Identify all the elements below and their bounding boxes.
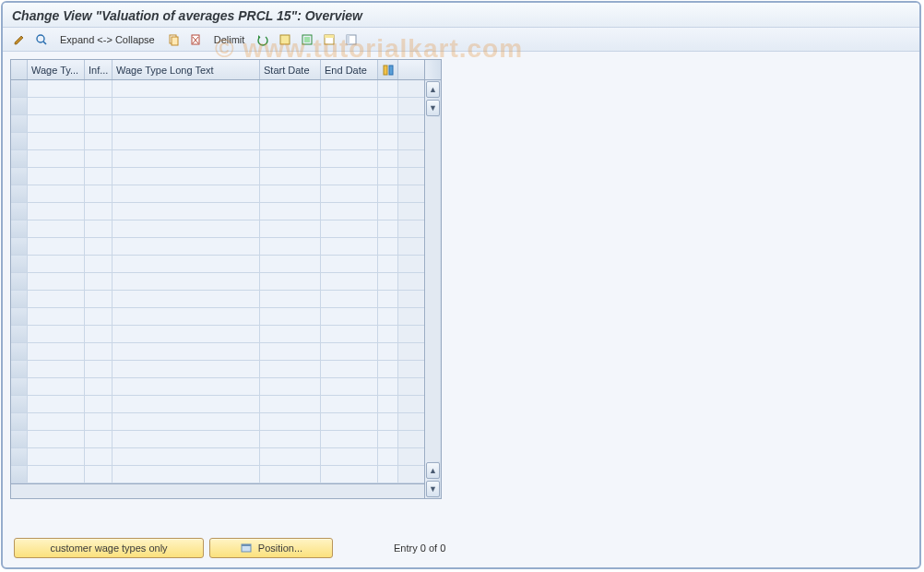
col-header-wage-type-long[interactable]: Wage Type Long Text xyxy=(113,60,260,79)
cell-wage-type-long[interactable] xyxy=(113,413,260,430)
cell-start-date[interactable] xyxy=(260,448,321,465)
cell-start-date[interactable] xyxy=(260,238,321,255)
cell-inf[interactable] xyxy=(85,431,113,447)
row-selector[interactable] xyxy=(11,238,28,255)
horizontal-scrollbar[interactable] xyxy=(11,483,424,498)
cell-inf[interactable] xyxy=(85,256,113,272)
cell-wage-type[interactable] xyxy=(28,203,85,220)
cell-wage-type[interactable] xyxy=(28,343,85,360)
row-selector[interactable] xyxy=(11,308,28,325)
col-header-inf[interactable]: Inf... xyxy=(85,60,113,79)
row-selector[interactable] xyxy=(11,431,28,447)
cell-wage-type-long[interactable] xyxy=(113,185,260,202)
cell-inf[interactable] xyxy=(85,238,113,255)
cell-end-date[interactable] xyxy=(321,361,378,377)
position-button[interactable]: Position... xyxy=(209,538,333,558)
cell-end-date[interactable] xyxy=(321,308,378,325)
cell-inf[interactable] xyxy=(85,185,113,202)
cell-wage-type[interactable] xyxy=(28,115,85,132)
deselect-all-icon[interactable] xyxy=(320,30,338,49)
cell-start-date[interactable] xyxy=(260,150,321,167)
cell-start-date[interactable] xyxy=(260,308,321,325)
cell-end-date[interactable] xyxy=(321,150,378,167)
cell-wage-type-long[interactable] xyxy=(113,326,260,342)
cell-end-date[interactable] xyxy=(321,185,378,202)
row-selector[interactable] xyxy=(11,168,28,185)
cell-wage-type[interactable] xyxy=(28,185,85,202)
cell-inf[interactable] xyxy=(85,466,113,483)
cell-wage-type-long[interactable] xyxy=(113,256,260,272)
scroll-down-icon[interactable]: ▼ xyxy=(426,100,440,116)
cell-wage-type[interactable] xyxy=(28,326,85,342)
row-selector[interactable] xyxy=(11,133,28,149)
cell-end-date[interactable] xyxy=(321,238,378,255)
cell-start-date[interactable] xyxy=(260,431,321,447)
cell-wage-type-long[interactable] xyxy=(113,80,260,97)
cell-end-date[interactable] xyxy=(321,378,378,395)
cell-wage-type[interactable] xyxy=(28,133,85,149)
cell-start-date[interactable] xyxy=(260,326,321,342)
select-all-icon[interactable] xyxy=(276,30,294,49)
scroll-up-icon[interactable]: ▲ xyxy=(426,81,440,98)
cell-end-date[interactable] xyxy=(321,396,378,412)
cell-wage-type-long[interactable] xyxy=(113,115,260,132)
cell-inf[interactable] xyxy=(85,168,113,185)
cell-inf[interactable] xyxy=(85,448,113,465)
cell-inf[interactable] xyxy=(85,326,113,342)
cell-wage-type[interactable] xyxy=(28,308,85,325)
cell-start-date[interactable] xyxy=(260,396,321,412)
cell-start-date[interactable] xyxy=(260,291,321,307)
cell-wage-type[interactable] xyxy=(28,413,85,430)
cell-start-date[interactable] xyxy=(260,115,321,132)
cell-inf[interactable] xyxy=(85,220,113,237)
cell-wage-type-long[interactable] xyxy=(113,343,260,360)
cell-wage-type[interactable] xyxy=(28,238,85,255)
cell-wage-type-long[interactable] xyxy=(113,168,260,185)
cell-inf[interactable] xyxy=(85,308,113,325)
cell-inf[interactable] xyxy=(85,150,113,167)
row-selector[interactable] xyxy=(11,378,28,395)
cell-end-date[interactable] xyxy=(321,115,378,132)
copy-icon[interactable] xyxy=(164,30,183,49)
cell-end-date[interactable] xyxy=(321,98,378,114)
cell-inf[interactable] xyxy=(85,361,113,377)
cell-inf[interactable] xyxy=(85,291,113,307)
cell-end-date[interactable] xyxy=(321,343,378,360)
cell-wage-type-long[interactable] xyxy=(113,396,260,412)
cell-end-date[interactable] xyxy=(321,273,378,290)
cell-wage-type[interactable] xyxy=(28,273,85,290)
cell-start-date[interactable] xyxy=(260,413,321,430)
row-selector[interactable] xyxy=(11,80,28,97)
cell-start-date[interactable] xyxy=(260,466,321,483)
cell-wage-type-long[interactable] xyxy=(113,378,260,395)
row-selector[interactable] xyxy=(11,343,28,360)
cell-wage-type-long[interactable] xyxy=(113,431,260,447)
cell-start-date[interactable] xyxy=(260,220,321,237)
cell-inf[interactable] xyxy=(85,115,113,132)
col-header-end-date[interactable]: End Date xyxy=(321,60,378,79)
row-selector[interactable] xyxy=(11,396,28,412)
cell-start-date[interactable] xyxy=(260,168,321,185)
cell-wage-type-long[interactable] xyxy=(113,238,260,255)
row-selector[interactable] xyxy=(11,291,28,307)
cell-wage-type-long[interactable] xyxy=(113,203,260,220)
scroll-down2-icon[interactable]: ▼ xyxy=(426,481,440,497)
cell-end-date[interactable] xyxy=(321,80,378,97)
cell-wage-type-long[interactable] xyxy=(113,133,260,149)
cell-start-date[interactable] xyxy=(260,133,321,149)
cell-start-date[interactable] xyxy=(260,185,321,202)
cell-end-date[interactable] xyxy=(321,466,378,483)
cell-wage-type-long[interactable] xyxy=(113,466,260,483)
cell-wage-type-long[interactable] xyxy=(113,308,260,325)
cell-inf[interactable] xyxy=(85,133,113,149)
cell-end-date[interactable] xyxy=(321,448,378,465)
cell-inf[interactable] xyxy=(85,378,113,395)
scroll-track[interactable] xyxy=(426,117,440,461)
cell-wage-type-long[interactable] xyxy=(113,273,260,290)
cell-start-date[interactable] xyxy=(260,343,321,360)
cell-end-date[interactable] xyxy=(321,203,378,220)
cell-wage-type[interactable] xyxy=(28,98,85,114)
cell-wage-type[interactable] xyxy=(28,431,85,447)
row-selector[interactable] xyxy=(11,256,28,272)
cell-wage-type[interactable] xyxy=(28,220,85,237)
